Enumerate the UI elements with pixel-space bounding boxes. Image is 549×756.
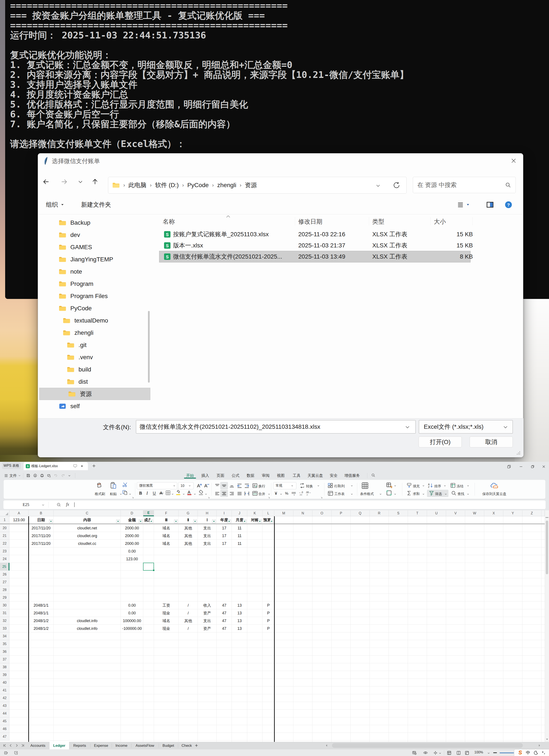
column-header-B[interactable]: B <box>29 510 54 516</box>
cell-L30[interactable]: P <box>263 601 274 609</box>
cell-B33[interactable]: 2048/1/2 <box>29 625 54 632</box>
tree-item-dist[interactable]: dist <box>38 376 150 388</box>
column-header-H[interactable]: H <box>198 510 217 516</box>
row-header-39[interactable]: 39 <box>0 671 9 679</box>
table-tools-icon[interactable] <box>412 750 417 755</box>
cell-F33[interactable]: 现金 <box>154 625 179 632</box>
column-header-Z[interactable]: Z <box>522 510 541 516</box>
filter-button-H[interactable] <box>212 520 216 523</box>
convert-icon[interactable] <box>299 483 305 489</box>
filter-label[interactable]: 筛选 <box>435 492 442 496</box>
row-header-28[interactable]: 28 <box>0 586 9 594</box>
cell-D31[interactable]: 0.00 <box>121 609 143 617</box>
row-header-1[interactable]: 1 <box>0 516 9 524</box>
redo-button[interactable] <box>61 473 66 478</box>
borders-icon[interactable] <box>165 490 171 496</box>
sheet-tab-Income[interactable]: Income <box>112 742 131 749</box>
column-header-K[interactable]: K <box>247 510 263 516</box>
sheet-tab-AssetsFlow[interactable]: AssetsFlow <box>131 742 159 749</box>
column-header-I[interactable]: I <box>217 510 232 516</box>
sort-icon[interactable]: AZ <box>428 483 433 488</box>
ribbon-tab-视图[interactable]: 视图 <box>277 472 284 479</box>
cell-D22[interactable]: 2000.00 <box>121 540 143 547</box>
merge-cells-icon[interactable] <box>252 490 258 496</box>
cell-F21[interactable]: 域名 <box>154 532 179 540</box>
rows-cols-icon[interactable] <box>327 483 333 489</box>
cell-H20[interactable]: 支出 <box>198 524 217 532</box>
freeze-caret-icon[interactable] <box>467 485 469 487</box>
tree-item-Program[interactable]: Program <box>38 278 150 290</box>
filter-icon[interactable] <box>429 490 434 496</box>
cell-B32[interactable]: 2048/1/2 <box>29 617 54 625</box>
cell-G21[interactable]: 其他 <box>179 532 198 540</box>
zoom-slider[interactable] <box>500 753 514 753</box>
font-name-combo[interactable]: 微软雅黑 <box>137 482 177 489</box>
align-bottom-icon[interactable] <box>229 483 235 489</box>
tree-item-资源[interactable]: 资源 <box>39 388 150 400</box>
group-launcher-icon[interactable] <box>132 497 134 498</box>
filter-button-F[interactable] <box>174 520 178 523</box>
ribbon-tab-插入[interactable]: 插入 <box>201 472 209 479</box>
cell-H30[interactable]: 收入 <box>198 601 217 609</box>
tree-item-PyCode[interactable]: PyCode <box>38 302 150 314</box>
tree-item-build[interactable]: build <box>38 363 150 376</box>
chevron-down-icon[interactable] <box>439 752 441 754</box>
font-color-caret-icon[interactable] <box>194 493 196 495</box>
dropdown-caret-icon[interactable] <box>120 493 122 495</box>
sheet-tab-Check[interactable]: Check <box>178 742 195 749</box>
refresh-icon[interactable] <box>393 181 400 189</box>
decrease-decimal-icon[interactable]: .00→.0 <box>305 490 311 496</box>
column-header-type[interactable]: 类型 <box>372 218 384 226</box>
up-button[interactable] <box>90 177 100 186</box>
column-header-J[interactable]: J <box>232 510 247 516</box>
borders-caret-icon[interactable] <box>171 493 174 495</box>
column-header-F[interactable]: F <box>154 510 179 516</box>
cell-C33[interactable]: cloudlet.info <box>54 625 121 632</box>
cell-D21[interactable]: 2000.00 <box>121 532 143 540</box>
row-header-46[interactable]: 46 <box>0 725 9 733</box>
cell-C32[interactable]: cloudlet.info <box>54 617 121 625</box>
scrollbar-splitter-handle[interactable] <box>546 517 548 518</box>
next-sheet-icon[interactable] <box>15 744 18 747</box>
filename-dropdown-icon[interactable] <box>405 424 410 430</box>
cell-H33[interactable]: 资产 <box>198 625 217 632</box>
strikethrough-icon[interactable]: A <box>159 490 164 496</box>
cell-C21[interactable]: cloudlet.org <box>54 532 121 540</box>
currency-icon[interactable]: ¥ <box>274 490 279 496</box>
row-header-37[interactable]: 37 <box>0 656 9 663</box>
column-header-G[interactable]: G <box>179 510 198 516</box>
tree-item-Program Files[interactable]: Program Files <box>38 290 150 302</box>
ribbon-search-button[interactable] <box>370 473 376 478</box>
row-header-44[interactable]: 44 <box>0 710 9 717</box>
tree-item-textualDemo[interactable]: textualDemo <box>38 314 150 327</box>
row-header-21[interactable]: 21 <box>0 532 9 540</box>
tree-item-dev[interactable]: dev <box>38 229 150 241</box>
ribbon-tab-公式[interactable]: 公式 <box>232 472 239 479</box>
formula-zoom-icon[interactable] <box>57 503 61 507</box>
sheet-tab-Accounts[interactable]: Accounts <box>26 742 50 749</box>
row-header-23[interactable]: 23 <box>0 547 9 555</box>
column-header-E[interactable]: E <box>143 510 154 516</box>
cell-D32[interactable]: 100000.00 <box>121 617 143 625</box>
size-combo-caret-icon[interactable] <box>189 485 191 487</box>
cell-C22[interactable]: cloudlet.cc <box>54 540 121 547</box>
row-header-34[interactable]: 34 <box>0 632 9 640</box>
vertical-scrollbar-thumb[interactable] <box>546 521 548 574</box>
tree-item-note[interactable]: note <box>38 265 150 278</box>
ribbon-tab-开始[interactable]: 开始 <box>186 472 194 479</box>
format-painter-icon[interactable] <box>96 482 103 489</box>
paste-icon[interactable] <box>110 482 117 489</box>
dropdown-caret-icon[interactable] <box>129 493 131 495</box>
cell-G32[interactable]: 其他 <box>179 617 198 625</box>
row-header-47[interactable]: 47 <box>0 733 9 741</box>
cell-A1[interactable]: 123.00 <box>9 516 29 524</box>
note-icon[interactable] <box>13 750 18 755</box>
group-launcher-icon[interactable] <box>208 497 210 498</box>
filter-button-L[interactable] <box>270 520 274 523</box>
column-header-W[interactable]: W <box>465 510 484 516</box>
row-header-22[interactable]: 22 <box>0 540 9 547</box>
row-header-31[interactable]: 31 <box>0 609 9 617</box>
export-pdf-button[interactable] <box>33 473 38 478</box>
row-header-20[interactable]: 20 <box>0 524 9 532</box>
find-label[interactable]: 查找 <box>457 492 464 496</box>
